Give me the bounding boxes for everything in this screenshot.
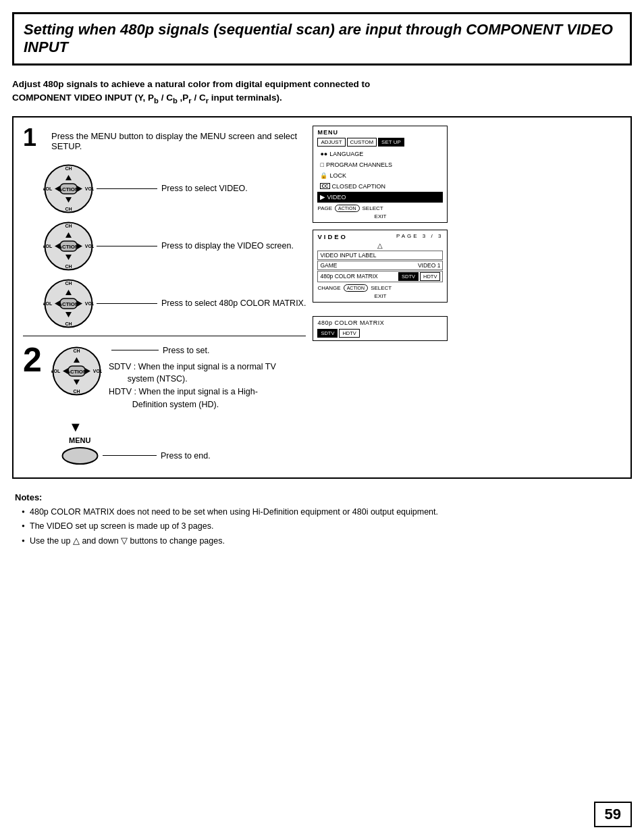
note-item-3: Use the up △ and down ▽ buttons to chang… xyxy=(22,536,629,548)
remote1-annotation: Press to select VIDEO. xyxy=(97,184,248,193)
step1-number: 1 xyxy=(23,126,45,150)
menu-action-btn: ACTION xyxy=(335,205,359,212)
instruction-box: 1 Press the MENU button to display the M… xyxy=(12,116,632,479)
svg-text:ACTION: ACTION xyxy=(58,244,79,250)
hdtv-btn: HDTV xyxy=(420,272,440,281)
svg-text:CH: CH xyxy=(73,348,80,353)
subtitle: Adjust 480p signals to achieve a natural… xyxy=(12,78,632,107)
svg-text:CH: CH xyxy=(65,207,72,211)
menu-language-label: LANGUAGE xyxy=(329,151,363,157)
svg-text:VOL: VOL xyxy=(43,186,53,191)
color-matrix-title: 480p COLOR MATRIX xyxy=(317,319,443,326)
cm-hdtv-btn: HDTV xyxy=(339,329,359,338)
notes-list: 480p COLOR MATRIX does not need to be se… xyxy=(15,506,629,548)
video-input-label-row: VIDEO INPUT LABEL xyxy=(317,251,443,260)
remote1-text: Press to select VIDEO. xyxy=(161,184,248,193)
video-menu: VIDEO PAGE 3 / 3 △ VIDEO INPUT LABEL GAM… xyxy=(313,230,448,303)
svg-text:VOL: VOL xyxy=(85,244,94,249)
svg-text:ACTION: ACTION xyxy=(58,186,79,192)
note-item-1: 480p COLOR MATRIX does not need to be se… xyxy=(22,506,629,519)
video-menu-title: VIDEO PAGE 3 / 3 xyxy=(317,233,443,240)
matrix-btns: SDTV HDTV xyxy=(398,272,440,281)
page-number: 59 xyxy=(594,802,632,827)
remote2-annotation: Press to display the VIDEO screen. xyxy=(97,241,294,251)
svg-text:ACTION: ACTION xyxy=(66,369,87,375)
title-box: Setting when 480p signals (sequential sc… xyxy=(12,12,632,66)
menu-exit-label: EXIT xyxy=(317,213,443,219)
menu-item-closed-caption: CC CLOSED CAPTION xyxy=(317,181,443,192)
svg-text:VOL: VOL xyxy=(85,301,94,306)
menu-item-program-channels: □ PROGRAM CHANNELS xyxy=(317,159,443,170)
svg-point-44 xyxy=(63,448,98,464)
tab-custom: CUSTOM xyxy=(347,138,377,147)
remote2-text: Press to display the VIDEO screen. xyxy=(161,241,294,251)
video-game-row: GAME VIDEO 1 xyxy=(317,261,443,270)
svg-text:CH: CH xyxy=(73,389,80,394)
menu-tabs: ADJUST CUSTOM SET UP xyxy=(317,138,443,147)
video-exit-label: EXIT xyxy=(317,293,443,299)
menu-item-language: ●● LANGUAGE xyxy=(317,149,443,159)
menu-item-video: ▶ VIDEO xyxy=(317,192,443,203)
tab-setup: SET UP xyxy=(378,138,404,147)
video-menu-footer: CHANGE ACTION SELECT xyxy=(317,284,443,292)
remote-group-2: CH CH VOL VOL ACTION Press to display th xyxy=(43,221,306,271)
remote3-annotation: Press to select 480p COLOR MATRIX. xyxy=(97,298,306,308)
color-matrix-diagram: 480p COLOR MATRIX SDTV HDTV xyxy=(313,316,448,341)
svg-text:VOL: VOL xyxy=(43,244,53,249)
step2-sdtv-desc: SDTV : When the input signal is a normal… xyxy=(109,361,276,411)
cm-sdtv-btn: SDTV xyxy=(317,329,338,338)
svg-text:CH: CH xyxy=(65,166,72,171)
svg-text:CH: CH xyxy=(65,281,72,286)
step2-number: 2 xyxy=(23,343,45,377)
sdtv-btn: SDTV xyxy=(398,272,419,281)
menu-video-label: VIDEO xyxy=(327,194,346,201)
note-item-2: The VIDEO set up screen is made up of 3 … xyxy=(22,521,629,533)
menu-page-select: PAGE ACTION SELECT xyxy=(317,205,443,212)
step2-press-set: Press to set. xyxy=(163,346,209,355)
video-action-btn: ACTION xyxy=(344,284,368,292)
page-title: Setting when 480p signals (sequential sc… xyxy=(24,21,620,57)
down-arrow: ▼ xyxy=(51,419,306,435)
svg-text:VOL: VOL xyxy=(85,186,94,191)
right-column: MENU ADJUST CUSTOM SET UP ●● LANGUAGE □ xyxy=(313,126,448,469)
remote-group-3: CH CH VOL VOL ACTION Press to select 480 xyxy=(43,278,306,329)
video-480p-row: 480p COLOR MATRIX SDTV HDTV xyxy=(317,271,443,282)
menu-oval-btn xyxy=(61,446,99,465)
menu-label: MENU xyxy=(58,436,306,444)
menu-item-lock: 🔒 LOCK xyxy=(317,170,443,181)
remote-group-1: CH CH VOL VOL ACTION xyxy=(43,163,306,214)
svg-text:CH: CH xyxy=(65,264,72,269)
left-column: 1 Press the MENU button to display the M… xyxy=(23,126,306,469)
remote3-text: Press to select 480p COLOR MATRIX. xyxy=(161,298,306,308)
menu-lock-label: LOCK xyxy=(329,172,346,179)
notes-section: Notes: 480p COLOR MATRIX does not need t… xyxy=(12,492,632,548)
svg-text:CH: CH xyxy=(65,224,72,228)
svg-text:CH: CH xyxy=(65,321,72,326)
menu-closed-caption-label: CLOSED CAPTION xyxy=(332,183,386,190)
menu-diagram: MENU ADJUST CUSTOM SET UP ●● LANGUAGE □ xyxy=(313,126,448,223)
step1-header: Press the MENU button to display the MEN… xyxy=(51,131,306,151)
color-matrix-btns: SDTV HDTV xyxy=(317,329,443,338)
notes-title: Notes: xyxy=(15,492,629,502)
svg-text:VOL: VOL xyxy=(51,369,61,373)
menu-program-channels-label: PROGRAM CHANNELS xyxy=(326,161,392,168)
video-menu-arrow: △ xyxy=(317,242,443,249)
menu-diagram-title: MENU xyxy=(317,129,443,136)
svg-text:VOL: VOL xyxy=(43,301,53,306)
tab-adjust: ADJUST xyxy=(317,138,345,147)
svg-text:ACTION: ACTION xyxy=(58,301,79,307)
press-to-end: Press to end. xyxy=(161,451,211,461)
svg-text:VOL: VOL xyxy=(93,369,102,373)
